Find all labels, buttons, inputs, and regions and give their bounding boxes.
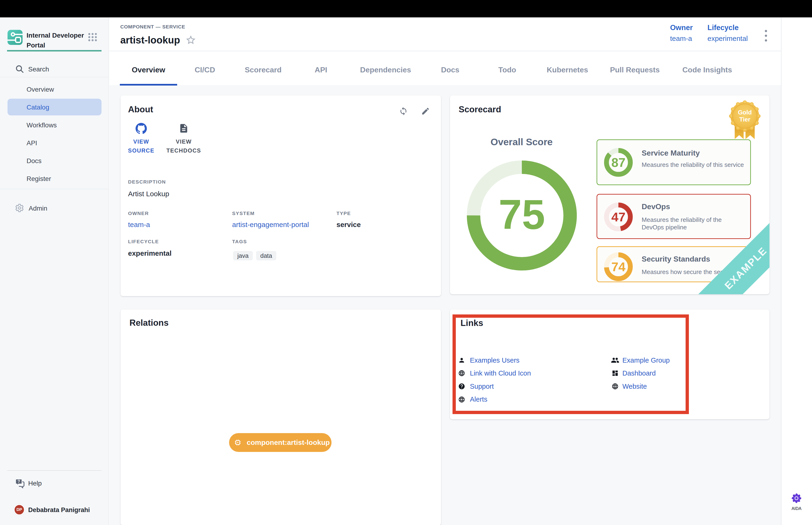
svg-text:75: 75	[499, 191, 545, 238]
svg-text:87: 87	[611, 155, 626, 169]
svg-text:Gold: Gold	[738, 109, 752, 116]
svg-text:74: 74	[611, 260, 626, 274]
svg-text:Tier: Tier	[739, 116, 750, 123]
svg-text:47: 47	[611, 210, 626, 224]
svg-text:?: ?	[18, 479, 20, 484]
